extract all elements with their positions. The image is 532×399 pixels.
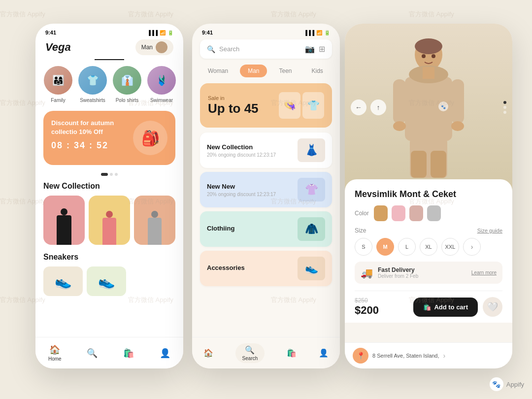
svg-point-7 bbox=[393, 121, 406, 131]
watermark-2: 官方微信 Appify bbox=[128, 10, 173, 19]
phone-3: ← ↑ bbox=[345, 24, 512, 368]
nav-cart[interactable]: 🛍️ bbox=[123, 348, 134, 359]
nav2-cart[interactable]: 🛍️ bbox=[287, 348, 297, 358]
card-sub-1: 20% ongoing discount 12:23:17 bbox=[207, 152, 276, 158]
filter-tabs: Woman Man Teen Kids bbox=[192, 65, 340, 83]
tab-woman[interactable]: Woman bbox=[200, 65, 236, 77]
sneakers-row: 👟 👟 bbox=[35, 266, 183, 296]
card-title-2: New New bbox=[207, 183, 276, 190]
phone-2: 9:41 ▐▐▐ 📶 🔋 🔍 Search 📷 ⊞ Woman Man Teen… bbox=[192, 24, 340, 368]
category-family-label: Family bbox=[51, 98, 65, 103]
sale-in-label: Sale in bbox=[208, 95, 259, 101]
signal-icon: ▐▐▐ bbox=[147, 30, 158, 35]
size-m[interactable]: M bbox=[376, 238, 394, 256]
delivery-learn-more[interactable]: Learn more bbox=[471, 270, 497, 275]
size-l[interactable]: L bbox=[398, 238, 416, 256]
card-img-1: 👗 bbox=[298, 138, 325, 162]
add-to-cart-button[interactable]: 🛍️ Add to cart bbox=[413, 298, 478, 317]
share-button[interactable]: ↑ bbox=[370, 100, 386, 115]
tab-kids[interactable]: Kids bbox=[304, 65, 331, 77]
image-dot-nav bbox=[503, 101, 506, 114]
profile-icon-2: 👤 bbox=[319, 348, 329, 358]
sneaker-item-1[interactable]: 👟 bbox=[43, 266, 83, 296]
collection-item-1[interactable] bbox=[43, 196, 85, 245]
sneakers-title: Sneakers bbox=[35, 253, 183, 266]
search-bar[interactable]: 🔍 Search 📷 ⊞ bbox=[200, 39, 332, 59]
sale-text-area: Sale in Up to 45 bbox=[208, 95, 259, 116]
swatch-gray[interactable] bbox=[427, 205, 441, 221]
search-icon-nav: 🔍 bbox=[87, 348, 98, 359]
card-accessories[interactable]: Accessories 👟 bbox=[200, 251, 332, 286]
swatch-pink[interactable] bbox=[392, 205, 405, 221]
card-clothing[interactable]: Clothiing 🧥 bbox=[200, 211, 332, 247]
phone1-bottom-nav: 🏠 Home 🔍 🛍️ 👤 bbox=[35, 337, 183, 368]
swatch-tan[interactable] bbox=[374, 205, 388, 221]
size-s[interactable]: S bbox=[355, 238, 372, 256]
new-price: $200 bbox=[355, 304, 408, 317]
swatch-mauve[interactable] bbox=[409, 205, 423, 221]
nav-search[interactable]: 🔍 bbox=[87, 348, 98, 359]
category-polo[interactable]: 👔 Polo shirts bbox=[112, 66, 142, 103]
nav2-search[interactable]: 🔍 Search bbox=[235, 343, 265, 363]
svg-point-15 bbox=[432, 54, 435, 58]
appify-logo-icon: 🐾 bbox=[490, 377, 503, 391]
wifi-icon: 📶 bbox=[160, 30, 166, 35]
tab-man[interactable]: Man bbox=[240, 65, 267, 77]
card-new-new[interactable]: New New 20% ongoing discount 12:23:17 👚 bbox=[200, 172, 332, 207]
card-title-4: Accessories bbox=[207, 264, 245, 271]
category-sweatshirts[interactable]: 👕 Sweatshirts bbox=[78, 66, 107, 103]
color-section: Color bbox=[355, 205, 502, 221]
category-swim-label: Swimwear bbox=[150, 98, 173, 103]
img-dot-1 bbox=[503, 101, 506, 104]
watermark-1: 官方微信 Appify bbox=[0, 10, 45, 19]
banner-text: Discount for autumn collectio 10% Off bbox=[51, 119, 130, 136]
user-avatar bbox=[156, 41, 167, 53]
add-to-cart-label: Add to cart bbox=[434, 303, 468, 311]
size-guide-link[interactable]: Size guide bbox=[477, 228, 502, 233]
banner-dots bbox=[35, 173, 183, 176]
dot-3 bbox=[115, 173, 118, 176]
size-xl[interactable]: XL bbox=[420, 238, 437, 256]
home-icon: 🏠 bbox=[49, 344, 60, 355]
category-polo-label: Polo shirts bbox=[116, 98, 139, 103]
status-bar-2: 9:41 ▐▐▐ 📶 🔋 bbox=[192, 24, 340, 39]
man-label: Man bbox=[141, 44, 153, 51]
category-family[interactable]: 👨‍👩‍👧 Family bbox=[43, 66, 73, 103]
sale-banner[interactable]: Sale in Up to 45 👒 👕 bbox=[200, 83, 332, 128]
card-info-2: New New 20% ongoing discount 12:23:17 bbox=[207, 183, 276, 197]
nav-profile[interactable]: 👤 bbox=[160, 348, 170, 359]
collection-item-3[interactable] bbox=[134, 196, 175, 245]
card-sub-2: 20% ongoing discount 12:23:17 bbox=[207, 192, 276, 197]
size-more-btn[interactable]: › bbox=[463, 238, 481, 256]
man-filter-button[interactable]: Man bbox=[135, 39, 173, 55]
categories-row: 👨‍👩‍👧 Family 👕 Sweatshirts 👔 Polo shirts… bbox=[35, 66, 183, 111]
delivery-truck-icon: 🚚 bbox=[361, 267, 373, 279]
product-model-image: 🐾 bbox=[345, 24, 512, 191]
sneaker-item-2[interactable]: 👟 bbox=[87, 266, 126, 296]
camera-icon[interactable]: 📷 bbox=[305, 44, 315, 54]
prev-arrow[interactable]: ← bbox=[351, 100, 366, 115]
card-title-3: Clothiing bbox=[207, 225, 234, 232]
sweat-circle: 👕 bbox=[78, 66, 107, 95]
promo-banner[interactable]: Discount for autumn collectio 10% Off 08… bbox=[43, 111, 175, 165]
wishlist-button[interactable]: 🤍 bbox=[483, 297, 502, 317]
battery-icon: 🔋 bbox=[167, 30, 173, 35]
nav2-profile[interactable]: 👤 bbox=[319, 348, 329, 358]
product-image-area: ← ↑ bbox=[345, 24, 512, 191]
collection-item-2[interactable] bbox=[89, 196, 130, 245]
status-icons-2: ▐▐▐ 📶 🔋 bbox=[304, 30, 330, 35]
size-buttons: S M L XL XXL › bbox=[355, 238, 502, 256]
search-icon: 🔍 bbox=[207, 45, 215, 53]
nav-home[interactable]: 🏠 Home bbox=[48, 344, 62, 362]
phone-1: 9:41 ▐▐▐ 📶 🔋 Vega Man 👨‍👩‍👧 Family 👕 Swe… bbox=[35, 24, 183, 368]
nav2-home[interactable]: 🏠 bbox=[203, 348, 213, 358]
tab-teen[interactable]: Teen bbox=[271, 65, 299, 77]
card-info-1: New Collection 20% ongoing discount 12:2… bbox=[207, 143, 276, 158]
signal-icon-2: ▐▐▐ bbox=[304, 30, 314, 35]
status-bar-1: 9:41 ▐▐▐ 📶 🔋 bbox=[35, 24, 183, 37]
filter-icon[interactable]: ⊞ bbox=[319, 44, 325, 54]
category-swimwear[interactable]: 🩱 Swimwear bbox=[147, 66, 176, 103]
size-xxl[interactable]: XXL bbox=[441, 238, 459, 256]
card-new-collection[interactable]: New Collection 20% ongoing discount 12:2… bbox=[200, 133, 332, 168]
tab-underline bbox=[95, 59, 124, 60]
